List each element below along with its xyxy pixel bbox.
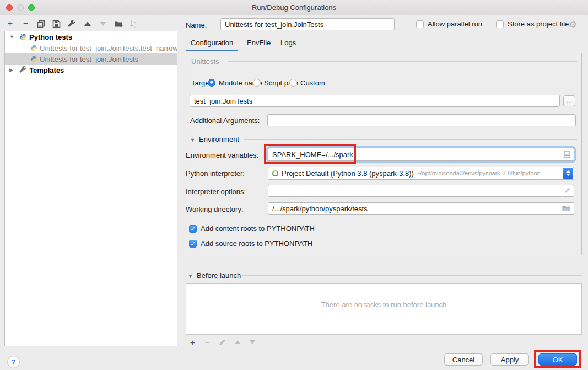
python-interpreter-select[interactable]: Project Default (Python 3.8 (pyspark-3.8… — [268, 167, 574, 180]
interpreter-options-input[interactable] — [268, 185, 574, 197]
move-down-icon[interactable] — [98, 19, 107, 29]
checkbox-checked-icon[interactable]: ✓ — [189, 240, 197, 248]
tree-item-unittests-test-narrow[interactable]: Unittests for test_join.JoinTests.test_n… — [5, 42, 177, 53]
save-configuration-icon[interactable] — [52, 19, 61, 29]
tab-envfile[interactable]: EnvFile — [247, 39, 271, 47]
checkbox-label: Store as project file — [508, 20, 569, 28]
expand-field-icon[interactable] — [564, 187, 570, 194]
add-configuration-icon[interactable]: + — [6, 19, 15, 29]
tree-item-label: Templates — [29, 66, 64, 74]
additional-arguments-input[interactable] — [267, 114, 576, 126]
group-separator — [244, 139, 577, 140]
sort-configurations-icon[interactable]: az — [129, 19, 138, 29]
remove-configuration-icon[interactable]: − — [21, 19, 30, 29]
folder-icon[interactable] — [562, 205, 570, 212]
interpreter-options-label: Interpreter options: — [186, 187, 246, 196]
apply-button[interactable]: Apply — [490, 353, 529, 366]
checkbox-label: Add content roots to PYTHONPATH — [201, 224, 315, 233]
chevron-right-icon[interactable]: ▶ — [9, 67, 15, 73]
edit-templates-icon[interactable] — [67, 19, 77, 29]
module-name-value: test_join.JoinTests — [194, 97, 252, 105]
checkbox-label: Allow parallel run — [428, 20, 482, 28]
move-task-down-icon[interactable] — [247, 337, 257, 347]
copy-configuration-icon[interactable] — [36, 19, 46, 29]
title-bar: Run/Debug Configurations — [0, 0, 588, 15]
gear-icon[interactable]: ⚙ — [569, 19, 577, 30]
python-interpreter-path: ~/opt/miniconda3/envs/pyspark-3.8/bin/py… — [417, 170, 541, 176]
wrench-icon — [19, 66, 27, 74]
chevron-down-icon[interactable]: ▼ — [190, 137, 195, 143]
unittests-group-label: Unittests — [191, 57, 219, 66]
cancel-button[interactable]: Cancel — [444, 353, 483, 366]
tree-item-python-tests[interactable]: ▼ Python tests — [5, 31, 177, 42]
add-source-roots-checkbox[interactable]: ✓ Add source roots to PYTHONPATH — [189, 239, 312, 248]
python-icon — [30, 45, 37, 52]
before-launch-header: Before launch — [197, 271, 241, 280]
python-icon — [19, 33, 27, 41]
working-directory-label: Working directory: — [186, 205, 244, 213]
before-launch-tasks-panel: There are no tasks to run before launch — [186, 283, 582, 335]
remove-task-icon[interactable]: − — [203, 337, 212, 347]
add-task-icon[interactable]: + — [188, 337, 197, 347]
before-launch-toolbar: + − — [188, 337, 257, 347]
add-content-roots-checkbox[interactable]: ✓ Add content roots to PYTHONPATH — [189, 224, 315, 233]
chevron-down-icon[interactable]: ▼ — [188, 274, 193, 279]
configurations-tree: ▼ Python tests Unittests for test_join.J… — [4, 31, 177, 346]
working-directory-input[interactable]: /.../spark/python/pyspark/tests — [268, 202, 574, 215]
checkbox-icon[interactable] — [496, 20, 504, 28]
environment-variables-label: Environment variables: — [186, 151, 258, 159]
window-title: Run/Debug Configurations — [0, 3, 588, 12]
tree-item-unittests-jointests-selected[interactable]: Unittests for test_join.JoinTests — [5, 53, 177, 65]
name-label: Name: — [186, 21, 207, 29]
tree-item-label: Unittests for test_join.JoinTests.test_n… — [40, 44, 177, 52]
browse-button[interactable]: ... — [563, 95, 575, 106]
module-name-input[interactable]: test_join.JoinTests — [190, 95, 560, 107]
radio-custom-label: Custom — [300, 79, 325, 87]
paste-list-icon[interactable] — [564, 151, 570, 158]
checkbox-label: Add source roots to PYTHONPATH — [201, 239, 312, 248]
radio-script-path[interactable] — [253, 79, 261, 87]
tab-logs[interactable]: Logs — [280, 39, 296, 47]
radio-module-name[interactable] — [208, 79, 215, 87]
environment-section-header: Environment — [199, 135, 239, 143]
svg-text:z: z — [134, 25, 136, 28]
radio-custom[interactable] — [289, 79, 297, 87]
environment-variables-input[interactable]: SPARK_HOME=/.../spark — [268, 148, 574, 161]
help-button[interactable]: ? — [7, 356, 20, 368]
dropdown-stepper-icon[interactable] — [563, 168, 573, 179]
configurations-toolbar: + − az — [6, 18, 138, 30]
checkbox-icon[interactable] — [416, 20, 424, 28]
name-input[interactable]: Unittests for test_join.JoinTests — [220, 18, 395, 30]
group-separator — [242, 275, 582, 276]
ok-button[interactable]: OK — [538, 353, 577, 366]
svg-text:a: a — [134, 20, 136, 24]
move-task-up-icon[interactable] — [233, 337, 242, 347]
python-interpreter-label: Python interpreter: — [186, 169, 245, 178]
checkbox-checked-icon[interactable]: ✓ — [189, 225, 197, 233]
tree-item-templates[interactable]: ▶ Templates — [5, 65, 177, 76]
tab-configuration[interactable]: Configuration — [191, 39, 233, 47]
move-up-icon[interactable] — [83, 19, 92, 29]
working-directory-value: /.../spark/python/pyspark/tests — [272, 205, 368, 213]
tree-item-label: Python tests — [29, 33, 72, 41]
active-tab-underline — [186, 50, 238, 51]
environment-variables-value: SPARK_HOME=/.../spark — [272, 151, 353, 159]
before-launch-empty-text: There are no tasks to run before launch — [186, 301, 581, 309]
conda-env-icon — [272, 170, 278, 176]
allow-parallel-run-checkbox[interactable]: Allow parallel run — [416, 20, 482, 28]
python-icon — [30, 56, 37, 63]
name-value: Unittests for test_join.JoinTests — [225, 20, 323, 29]
edit-task-icon[interactable] — [218, 337, 227, 347]
python-interpreter-value: Project Default (Python 3.8 (pyspark-3.8… — [282, 169, 414, 178]
chevron-down-icon[interactable]: ▼ — [9, 34, 15, 40]
group-separator — [228, 61, 577, 62]
additional-arguments-label: Additional Arguments: — [190, 116, 260, 125]
tree-item-label: Unittests for test_join.JoinTests — [40, 55, 138, 63]
store-as-project-file-checkbox[interactable]: Store as project file — [496, 20, 569, 28]
new-folder-icon[interactable] — [114, 19, 123, 29]
